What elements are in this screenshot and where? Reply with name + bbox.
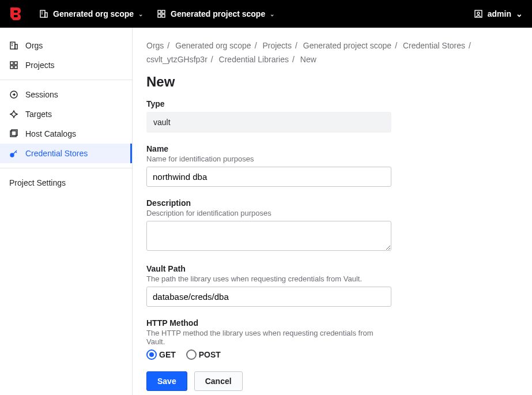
radio-icon [146,349,157,360]
chevron-down-icon: ⌄ [516,9,523,18]
vault-path-label: Vault Path [146,264,391,273]
sidebar-item-label: Projects [25,61,55,70]
name-label: Name [146,144,391,153]
http-method-help: The HTTP method the library uses when re… [146,329,391,346]
http-method-get-radio[interactable]: GET [146,349,176,360]
http-method-post-radio[interactable]: POST [186,349,221,360]
sidebar-item-label: Host Catalogs [25,129,76,138]
svg-rect-17 [14,66,17,69]
credential-stores-icon [9,149,18,158]
sidebar-item-targets[interactable]: Targets [0,104,132,124]
org-icon [39,9,48,18]
org-icon [9,41,18,50]
name-help: Name for identification purposes [146,155,391,163]
breadcrumb-link[interactable]: Projects [262,41,292,50]
radio-label: POST [199,350,221,359]
svg-rect-6 [158,14,161,17]
org-scope-label: Generated org scope [53,9,134,18]
chevron-down-icon: ⌄ [270,11,274,17]
page-title: New [146,74,518,90]
http-method-label: HTTP Method [146,318,391,328]
sidebar-item-projects[interactable]: Projects [0,55,132,75]
cancel-button[interactable]: Cancel [194,371,243,391]
project-scope-picker[interactable]: Generated project scope ⌄ [157,9,274,18]
sidebar-item-label: Orgs [25,41,43,50]
sidebar-item-orgs[interactable]: Orgs [0,36,132,55]
svg-rect-1 [45,13,47,17]
breadcrumb-link[interactable]: Orgs [146,41,164,50]
description-help: Description for identification purposes [146,209,391,217]
sidebar-item-credential-stores[interactable]: Credential Stores [0,144,132,163]
org-scope-picker[interactable]: Generated org scope ⌄ [39,9,143,18]
main-content: Orgs/ Generated org scope/ Projects/ Gen… [133,28,532,395]
breadcrumb-current: New [300,55,316,64]
description-input[interactable] [146,221,391,251]
svg-rect-11 [15,44,17,49]
user-label: admin [488,9,511,18]
breadcrumb: Orgs/ Generated org scope/ Projects/ Gen… [146,39,518,67]
sidebar: Orgs Projects Sessions Targets [0,28,133,395]
project-icon [9,61,18,70]
app-logo [9,6,25,22]
svg-rect-7 [162,14,165,17]
svg-rect-8 [475,10,482,17]
name-input[interactable] [146,167,391,187]
user-menu[interactable]: admin ⌄ [474,9,523,18]
svg-rect-15 [14,62,17,65]
breadcrumb-link[interactable]: csvlt_ytzGHsfp3r [146,55,207,64]
sidebar-item-label: Project Settings [9,178,66,187]
breadcrumb-link[interactable]: Generated org scope [175,41,251,50]
save-button[interactable]: Save [146,371,187,391]
chevron-down-icon: ⌄ [138,11,143,17]
breadcrumb-link[interactable]: Generated project scope [303,41,391,50]
sidebar-item-sessions[interactable]: Sessions [0,85,132,104]
breadcrumb-link[interactable]: Credential Stores [403,41,465,50]
targets-icon [9,110,18,119]
breadcrumb-link[interactable]: Credential Libraries [219,55,289,64]
description-label: Description [146,198,391,208]
type-value: vault [146,112,391,133]
sidebar-item-label: Credential Stores [25,149,88,158]
sidebar-item-label: Targets [25,110,52,119]
sidebar-item-host-catalogs[interactable]: Host Catalogs [0,124,132,144]
topbar: Generated org scope ⌄ Generated project … [0,0,532,28]
user-icon [474,9,483,18]
vault-path-input[interactable] [146,287,391,307]
svg-rect-16 [10,66,13,69]
svg-point-9 [477,12,480,14]
host-catalogs-icon [9,129,18,138]
svg-rect-14 [10,62,13,65]
radio-icon [186,349,197,360]
svg-rect-4 [158,10,161,13]
project-scope-label: Generated project scope [171,9,265,18]
vault-path-help: The path the library uses when requestin… [146,274,391,283]
sidebar-item-project-settings[interactable]: Project Settings [0,173,132,193]
svg-rect-5 [162,10,165,13]
sidebar-item-label: Sessions [25,90,58,99]
type-label: Type [146,99,391,108]
radio-label: GET [159,350,176,359]
project-icon [157,9,166,18]
sessions-icon [9,90,18,99]
